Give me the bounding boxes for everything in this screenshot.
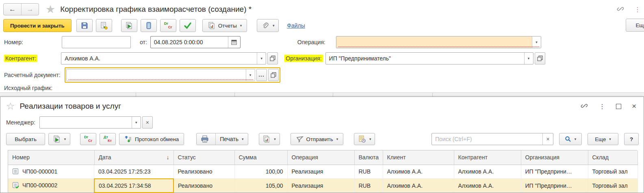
cell-organization[interactable]: ИП "Предприни… [521, 179, 588, 193]
post-document-button[interactable] [96, 19, 112, 32]
popup-menu-kebab-icon[interactable]: ⋮ [599, 103, 605, 110]
reports-button[interactable]: Отчеты ▾ [202, 19, 247, 32]
cell-status[interactable]: Реализовано [173, 179, 234, 193]
more-button-popup[interactable]: Еще ▾ [588, 133, 618, 145]
cell-operation[interactable]: Реализация [287, 179, 354, 193]
col-header-counterparty[interactable]: Контрагент [454, 150, 521, 165]
check-button[interactable] [180, 19, 196, 32]
cell-counterparty[interactable]: Алхимов А.А. [454, 165, 521, 179]
send-button[interactable]: Отправить ▾ [291, 133, 344, 145]
organization-open-button[interactable] [535, 52, 545, 64]
cell-status[interactable]: Реализовано [173, 165, 234, 179]
operation-dropdown-button[interactable]: ▾ [532, 36, 541, 48]
date-field[interactable]: 04.08.2025 0:00:00 [150, 36, 241, 48]
settlement-doc-dropdown-button[interactable]: ▾ [246, 69, 255, 81]
back-button[interactable]: ← [4, 4, 21, 15]
print-menu-button[interactable]: Печать ▾ [215, 133, 247, 145]
exchange-protocol-button[interactable]: Протокол обмена [119, 133, 184, 145]
search-clear-button[interactable]: × [542, 133, 553, 145]
cell-client[interactable]: Алхимов А.А. [383, 165, 454, 179]
external-reports-button[interactable]: ▾ [259, 133, 280, 145]
external-reports-dropdown-icon: ▾ [274, 137, 276, 141]
more-top-label: Еще [635, 22, 644, 28]
cell-number[interactable]: ЧП00-000001 [8, 165, 94, 179]
counterparty-dropdown-button[interactable]: ▾ [257, 53, 266, 64]
create-based-on-button[interactable]: ▾ [48, 133, 70, 145]
popup-dt-kt-button[interactable]: ДтКт [100, 133, 116, 145]
col-header-number[interactable]: Номер [8, 150, 94, 165]
cell-date[interactable]: 03.04.2025 17:25:23 [94, 165, 173, 179]
cell-warehouse[interactable]: Торговый зал [588, 165, 637, 179]
cell-sum[interactable]: 105,00 [234, 179, 287, 193]
settlement-doc-field[interactable]: ▾ [66, 69, 255, 81]
save-button[interactable] [76, 19, 93, 32]
col-header-status[interactable]: Статус [173, 150, 234, 165]
organization-field[interactable]: ИП "Предприниматель" ▾ [325, 52, 533, 64]
help-button[interactable]: ? [624, 133, 639, 145]
calendar-button[interactable] [228, 36, 240, 48]
forward-button[interactable]: → [21, 4, 39, 15]
form-row-counterparty: Контрагент: Алхимов А.А. ▾ Организация: … [4, 52, 641, 64]
cell-organization[interactable]: ИП "Предприни… [521, 165, 588, 179]
organization-value: ИП "Предприниматель" [326, 53, 524, 64]
files-link[interactable]: Файлы [287, 22, 305, 29]
col-header-operation[interactable]: Операция [287, 150, 354, 165]
col-header-sum[interactable]: Сумма [234, 150, 287, 165]
cell-currency[interactable]: RUB [354, 165, 383, 179]
dr-cr-button[interactable]: DrCr [160, 19, 176, 32]
copy-post-button[interactable] [121, 19, 137, 32]
cell-client[interactable]: Алхимов А.А. [383, 179, 454, 193]
magnifier-icon [565, 136, 571, 142]
operation-field[interactable]: ▾ [336, 36, 541, 48]
manager-clear-button[interactable]: × [142, 116, 153, 129]
popup-dr-cr-button[interactable]: DrCr [80, 133, 96, 145]
cell-number[interactable]: ЧП00-000002 [8, 179, 94, 193]
app-screen: ← → ★ Корректировка графика взаиморасчет… [0, 0, 644, 193]
settlement-doc-open-button[interactable] [268, 69, 279, 81]
search-options-button[interactable]: ▾ [559, 133, 582, 145]
print-icon-button[interactable] [197, 133, 213, 145]
exchange-protocol-label: Протокол обмена [135, 136, 179, 142]
cell-warehouse[interactable]: Торговый зал [588, 179, 637, 193]
forward-icon: → [27, 5, 34, 13]
more-button-top[interactable]: Еще [626, 19, 644, 32]
manager-field[interactable]: ▾ [39, 116, 141, 129]
cell-currency[interactable]: RUB [354, 179, 383, 193]
create-based-on-dropdown-icon: ▾ [64, 137, 66, 141]
popup-get-link-icon[interactable] [580, 102, 588, 111]
table-row[interactable]: ЧП00-000001 03.04.2025 17:25:23 Реализов… [8, 165, 637, 179]
counterparty-open-button[interactable] [267, 52, 278, 64]
manager-dropdown-button[interactable]: ▾ [132, 117, 141, 128]
col-header-client[interactable]: Клиент [383, 150, 454, 165]
register-records-button[interactable] [141, 19, 157, 32]
menu-kebab-icon[interactable]: ⋮ [634, 6, 641, 13]
organization-dropdown-button[interactable]: ▾ [524, 53, 533, 64]
open-icon [270, 72, 277, 78]
popup-favorite-star-icon[interactable]: ☆ [6, 101, 15, 112]
search-input[interactable] [432, 133, 542, 145]
cell-sum[interactable]: 100,00 [234, 165, 287, 179]
post-and-close-button[interactable]: Провести и закрыть [3, 19, 72, 32]
cell-date-current[interactable]: 03.04.2025 17:34:58 [94, 179, 173, 193]
send-label: Отправить [306, 136, 333, 142]
report-chart-icon [208, 21, 216, 30]
get-link-icon[interactable] [616, 5, 624, 14]
copy-post-icon [125, 21, 133, 30]
attachments-button[interactable]: ▾ [257, 19, 279, 32]
cell-counterparty[interactable]: Алхимов А.А. [454, 179, 521, 193]
col-header-organization[interactable]: Организация [521, 150, 588, 165]
settlement-doc-choose-button[interactable]: ... [256, 69, 267, 81]
table-row-selected[interactable]: ЧП00-000002 03.04.2025 17:34:58 Реализов… [8, 179, 637, 193]
col-header-date[interactable]: Дата ↓ [94, 150, 173, 165]
manager-dropdown-icon: ▾ [135, 120, 137, 124]
popup-close-button[interactable]: × [632, 102, 636, 111]
scheduled-tasks-button[interactable]: ▾ [354, 133, 375, 145]
number-field[interactable] [62, 36, 131, 48]
counterparty-field[interactable]: Алхимов А.А. ▾ [61, 52, 266, 64]
popup-maximize-button[interactable] [616, 104, 621, 109]
cell-operation[interactable]: Реализация [287, 165, 354, 179]
col-header-warehouse[interactable]: Склад [588, 150, 637, 165]
select-button[interactable]: Выбрать [6, 133, 45, 145]
favorite-star-icon[interactable]: ★ [46, 3, 55, 16]
col-header-currency[interactable]: Валюта [354, 150, 383, 165]
